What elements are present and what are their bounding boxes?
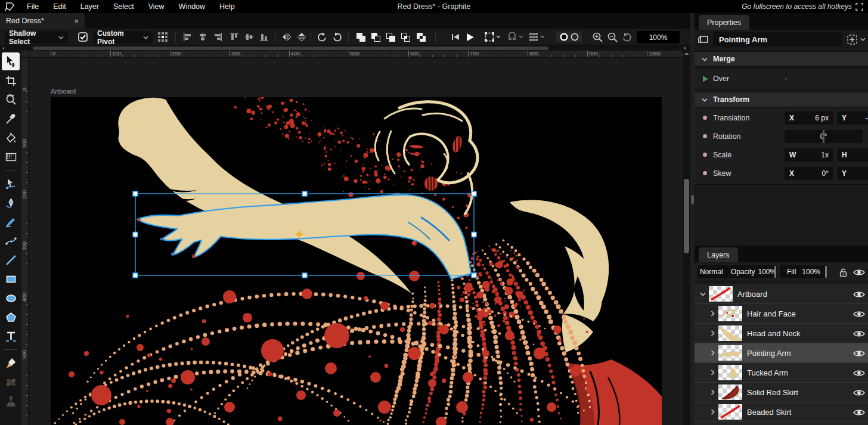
scroll-right-icon[interactable] [684,46,688,50]
layer-thumbnail[interactable] [718,345,742,361]
line-tool[interactable] [2,251,20,269]
brush-tool[interactable] [2,354,20,372]
selection-handle[interactable] [472,232,476,237]
grid-dropdown[interactable] [528,32,546,42]
horizontal-scrollbar-thumb[interactable] [33,46,548,50]
chevron-right-icon[interactable] [711,330,715,336]
layer-name[interactable]: Head and Neck [747,329,801,338]
zoom-in-icon[interactable] [592,32,603,42]
selection-mode-dropdown[interactable]: Shallow Select [5,31,68,44]
expand-chevron[interactable] [709,409,716,415]
merge-over-value[interactable]: - [785,75,787,83]
eye-icon[interactable] [853,330,865,338]
rotation-slider[interactable]: 0° [785,130,863,143]
selection-handle[interactable] [133,273,138,278]
pivot-position-icon[interactable] [157,32,168,42]
layer-thumbnail[interactable] [718,404,742,420]
boolean-subtract-front-icon[interactable] [370,32,381,42]
scale-w-field[interactable]: W 1x [785,148,833,162]
scroll-left-icon[interactable] [1,46,4,50]
flip-horizontal-icon[interactable] [281,32,292,42]
chevron-right-icon[interactable] [711,311,715,317]
menu-help[interactable]: Help [212,0,242,13]
selection-handle[interactable] [133,232,138,237]
artboard-tool[interactable] [2,72,20,89]
layer-thumbnail[interactable] [718,384,742,400]
view-mode-toggle[interactable] [556,32,583,42]
eyedropper-tool[interactable] [2,110,20,128]
layer-thumbnail[interactable] [718,306,742,321]
chevron-right-icon[interactable] [711,370,715,376]
layer-row-hair-and-face[interactable]: Hair and Face [695,304,868,324]
layer-name[interactable]: Artboard [737,290,767,299]
selection-handle[interactable] [133,191,138,196]
fill-tool[interactable] [2,129,20,147]
rotate-ccw-icon[interactable] [316,32,327,42]
layer-name[interactable]: Hair and Face [747,309,796,318]
rotate-cw-icon[interactable] [332,32,343,42]
graphite-logo-icon[interactable] [0,2,20,12]
layer-row-artboard[interactable]: Artboard [695,284,868,304]
expand-chevron[interactable] [709,389,716,395]
parameter-dot[interactable] [703,116,707,120]
expand-chevron[interactable] [709,350,716,356]
selection-display-dropdown[interactable] [484,32,502,42]
vertical-scrollbar[interactable] [683,51,690,425]
expand-chevron[interactable] [699,292,706,296]
menu-select[interactable]: Select [106,0,141,13]
ellipse-tool[interactable] [2,289,20,307]
layer-thumbnail[interactable] [718,325,742,341]
pivot-checkbox[interactable] [78,32,88,42]
node-input-icon[interactable] [702,76,709,82]
scale-h-field[interactable]: H [837,148,868,162]
chevron-right-icon[interactable] [711,409,715,415]
layer-name[interactable]: Solid Red Skirt [747,388,798,397]
panel-divider[interactable] [690,13,695,425]
boolean-union-icon[interactable] [355,32,366,42]
slider-handle[interactable] [823,130,824,143]
menu-view[interactable]: View [141,0,172,13]
chevron-down-icon[interactable] [700,292,706,296]
slider-handle[interactable] [774,266,776,278]
align-center-vertical-icon[interactable] [244,32,255,42]
expand-chevron[interactable] [709,311,716,317]
close-tab-icon[interactable]: × [74,17,79,26]
layer-row-pointing-arm[interactable]: Pointing Arm [695,343,868,363]
slider-handle[interactable] [825,266,827,278]
eye-icon[interactable] [853,349,865,358]
add-node-button[interactable] [847,33,867,45]
eye-icon[interactable] [853,389,865,397]
expand-chevron[interactable] [709,370,716,376]
parameter-dot[interactable] [703,171,707,175]
eye-icon[interactable] [853,268,865,277]
layer-name[interactable]: Tucked Arm [747,368,788,377]
layer-thumbnail[interactable] [709,286,733,302]
zoom-level-input[interactable]: 100% [637,31,680,44]
layer-name[interactable]: Pointing Arm [747,349,791,358]
eye-icon[interactable] [853,369,865,377]
parameter-dot[interactable] [703,153,707,157]
horizontal-scrollbar[interactable] [0,46,690,51]
horizontal-ruler[interactable]: 010020030040050060070080090010001100 [29,51,683,58]
zoom-out-icon[interactable] [607,32,618,42]
chevron-right-icon[interactable] [711,389,715,395]
align-top-icon[interactable] [229,32,240,42]
chevron-right-icon[interactable] [711,350,715,356]
snapping-dropdown[interactable] [507,32,525,42]
eye-icon[interactable] [853,310,865,318]
selection-handle[interactable] [302,273,307,278]
selection-handle[interactable] [472,191,476,196]
clone-tool[interactable] [2,392,20,410]
flip-vertical-icon[interactable] [296,32,307,42]
align-right-icon[interactable] [212,32,223,42]
layer-row-solid-red-skirt[interactable]: Solid Red Skirt [695,383,868,402]
skew-x-field[interactable]: X 0° [785,167,833,180]
expand-chevron[interactable] [709,330,716,336]
menu-window[interactable]: Window [172,0,212,13]
align-bottom-icon[interactable] [259,32,269,42]
layer-row-tucked-arm[interactable]: Tucked Arm [695,363,868,383]
align-left-icon[interactable] [182,32,193,42]
vertical-ruler[interactable]: 0100200300400500 [21,58,29,425]
boolean-intersect-icon[interactable] [400,32,411,42]
rectangle-tool[interactable] [2,270,20,288]
